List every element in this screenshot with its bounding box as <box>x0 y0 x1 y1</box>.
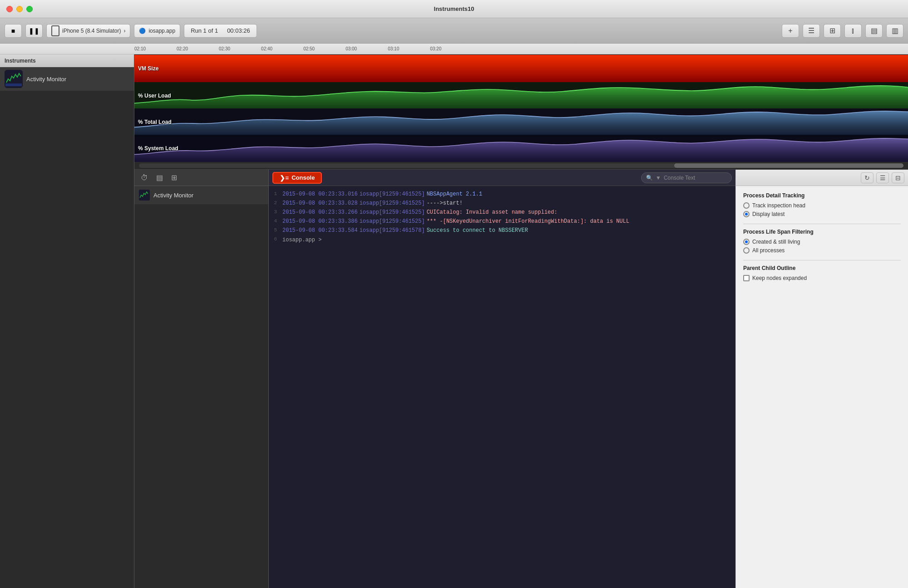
divider-1 <box>743 224 901 224</box>
log-timestamp: 2015-09-08 00:23:33.016 <box>282 190 358 198</box>
right-toolbar-refresh-btn[interactable]: ↻ <box>861 172 873 183</box>
timeline-scrollbar[interactable] <box>134 162 908 170</box>
sidebar-item-activity-monitor[interactable]: Activity Monitor <box>0 67 134 91</box>
line-number: 1 <box>269 190 282 198</box>
parent-child-title: Parent Child Outline <box>743 265 901 271</box>
list-icon: ☰ <box>880 174 886 181</box>
bottom-toolbar-btn-2[interactable]: ▤ <box>153 172 166 183</box>
log-message: NBSAppAgent 2.1.1 <box>427 190 482 198</box>
columns-icon: ⫿ <box>851 27 855 35</box>
log-process: iosapp[91259:461578] <box>360 226 425 235</box>
svg-rect-1 <box>5 83 22 86</box>
line-number: 6 <box>269 235 282 245</box>
bottom-toolbar: ⏱ ▤ ⊞ <box>134 170 268 186</box>
scrollbar-thumb[interactable] <box>674 163 903 168</box>
app-selector[interactable]: 🔵 iosapp.app <box>134 24 180 38</box>
process-lifespan-radio-group: Created & still living All processes <box>743 239 901 254</box>
activity-monitor-small-icon <box>139 190 150 201</box>
radio-display-latest[interactable]: Display latest <box>743 211 901 217</box>
process-lifespan-title: Process Life Span Filtering <box>743 229 901 235</box>
ruler-tick: 03:10 <box>388 46 399 51</box>
divider-2 <box>743 260 901 260</box>
ruler-tick: 02:40 <box>261 46 272 51</box>
main-area: Instruments Activity Monitor VM Size <box>0 54 908 588</box>
chart-area-user-load[interactable]: % User Load <box>134 82 908 109</box>
minimize-button[interactable] <box>16 6 23 12</box>
activity-monitor-icon <box>5 70 23 88</box>
chart-area-vm-size[interactable]: VM Size <box>134 55 908 82</box>
refresh-icon: ↻ <box>864 174 870 181</box>
console-prompt: iosapp.app > <box>282 235 321 245</box>
radio-circle-track[interactable] <box>743 202 750 209</box>
console-search[interactable]: 🔍 ▼ Console Text <box>641 172 732 183</box>
chart-row-vm-size: VM Size <box>134 54 908 83</box>
log-timestamp: 2015-09-08 00:23:33.266 <box>282 208 358 216</box>
checkbox-keep-nodes[interactable]: Keep nodes expanded <box>743 275 901 281</box>
radio-created-living[interactable]: Created & still living <box>743 239 901 245</box>
plus-icon: + <box>788 27 792 35</box>
chart-row-system-load: % System Load <box>134 135 908 162</box>
chart-area-system-load[interactable]: % System Load <box>134 135 908 162</box>
instrument-svg <box>5 70 23 88</box>
scrollbar-track[interactable] <box>139 163 903 168</box>
chart-label-vm-size: VM Size <box>138 65 158 72</box>
checkbox-label-keep-nodes: Keep nodes expanded <box>752 275 807 281</box>
bottom-toolbar-btn-1[interactable]: ⏱ <box>138 173 151 183</box>
console-line-2: 2 2015-09-08 00:23:33.028 iosapp[91259:4… <box>269 199 735 208</box>
sidebar-instrument-name: Activity Monitor <box>26 76 66 83</box>
chart-label-user-load: % User Load <box>138 93 171 99</box>
right-toolbar-list-btn[interactable]: ☰ <box>876 172 889 183</box>
right-panel: ↻ ☰ ⊟ Process Detail Tracking <box>735 170 908 588</box>
ruler-tick: 02:30 <box>219 46 230 51</box>
radio-track-inspection[interactable]: Track inspection head <box>743 202 901 209</box>
log-timestamp: 2015-09-08 00:23:33.028 <box>282 199 358 207</box>
list-icon: ☰ <box>808 26 814 35</box>
console-line-4: 4 2015-09-08 00:23:33.386 iosapp[91259:4… <box>269 217 735 226</box>
chart-row-user-load: % User Load <box>134 83 908 109</box>
view-toggle-4[interactable]: ▤ <box>865 24 883 38</box>
panel-icon: ▤ <box>871 26 878 35</box>
run-label: Run 1 of 1 <box>191 27 218 34</box>
log-process: iosapp[91259:461525] <box>360 217 425 225</box>
view-toggle-1[interactable]: ☰ <box>803 24 820 38</box>
console-toolbar: ❯≡ Console 🔍 ▼ Console Text <box>269 170 735 186</box>
radio-circle-all[interactable] <box>743 247 750 254</box>
radio-label-display: Display latest <box>752 211 785 217</box>
maximize-button[interactable] <box>26 6 33 12</box>
view-toggle-3[interactable]: ⫿ <box>844 24 862 38</box>
device-icon <box>51 25 59 36</box>
log-message: *** -[NSKeyedUnarchiver initForReadingWi… <box>427 217 629 225</box>
instrument-sidebar: Instruments Activity Monitor <box>0 54 134 588</box>
device-selector[interactable]: iPhone 5 (8.4 Simulator) › <box>46 24 130 38</box>
sidebar-instruments-label: Instruments <box>0 54 134 67</box>
bottom-toolbar-btn-3[interactable]: ⊞ <box>168 172 180 183</box>
right-toolbar-outline-btn[interactable]: ⊟ <box>892 172 904 183</box>
close-button[interactable] <box>6 6 13 12</box>
chart-area-total-load[interactable]: % Total Load <box>134 108 908 136</box>
view-toggle-2[interactable]: ⊞ <box>824 24 841 38</box>
stop-button[interactable]: ■ <box>5 24 22 38</box>
line-number: 5 <box>269 226 282 235</box>
view-toggle-5[interactable]: ▥ <box>886 24 903 38</box>
radio-circle-created[interactable] <box>743 239 750 245</box>
radio-all-processes[interactable]: All processes <box>743 247 901 254</box>
checkbox-box-keep-nodes[interactable] <box>743 275 750 281</box>
ruler-tick: 02:50 <box>303 46 315 51</box>
traffic-lights <box>6 6 33 12</box>
log-process: iosapp[91259:461525] <box>360 208 425 216</box>
add-instrument-button[interactable]: + <box>782 24 799 38</box>
console-line-5: 5 2015-09-08 00:23:33.584 iosapp[91259:4… <box>269 226 735 235</box>
radio-circle-display[interactable] <box>743 211 750 217</box>
am-svg-icon <box>139 190 150 201</box>
bottom-section: ⏱ ▤ ⊞ Activity Monitor <box>134 170 908 588</box>
console-tab[interactable]: ❯≡ Console <box>272 172 322 184</box>
process-detail-radio-group: Track inspection head Display latest <box>743 202 901 217</box>
console-line-6: 6 iosapp.app > <box>269 235 735 245</box>
outline-icon: ⊟ <box>895 174 901 181</box>
right-toolbar: ↻ ☰ ⊟ <box>736 170 908 186</box>
search-icon: 🔍 <box>646 175 653 181</box>
console-output[interactable]: 1 2015-09-08 00:23:33.016 iosapp[91259:4… <box>269 186 735 588</box>
ruler-tick: 03:20 <box>430 46 441 51</box>
activity-monitor-row[interactable]: Activity Monitor <box>134 186 268 204</box>
pause-button[interactable]: ❚❚ <box>25 24 43 38</box>
